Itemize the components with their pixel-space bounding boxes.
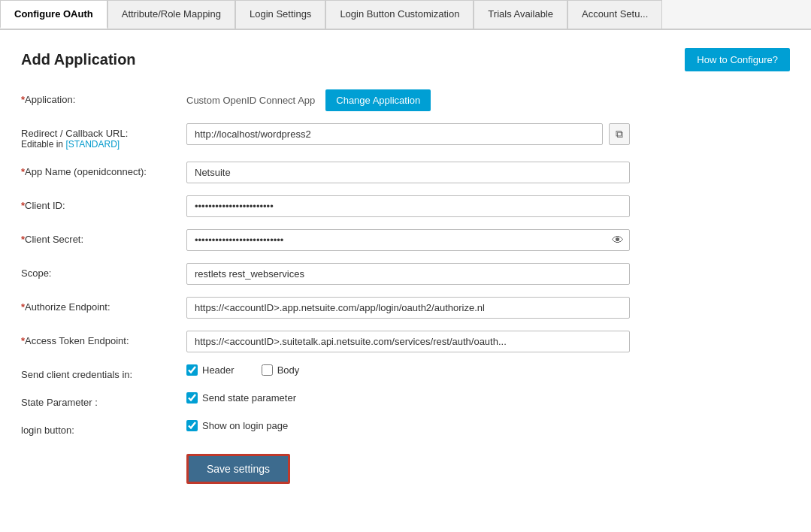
login-button-field: Show on login page xyxy=(186,420,630,431)
save-settings-button[interactable]: Save settings xyxy=(186,454,290,484)
access-token-field xyxy=(186,331,630,352)
access-token-row: *Access Token Endpoint: xyxy=(21,331,790,352)
body-label: Body xyxy=(277,364,300,376)
standard-link[interactable]: [STANDARD] xyxy=(65,139,120,150)
login-button-label: login button: xyxy=(21,420,186,436)
send-credentials-field: Header Body xyxy=(186,364,630,376)
application-row: *Application: Custom OpenID Connect App … xyxy=(21,89,790,111)
redirect-field: ⧉ xyxy=(186,123,630,145)
scope-label: Scope: xyxy=(21,263,186,279)
tab-configure-oauth[interactable]: Configure OAuth xyxy=(0,0,107,29)
redirect-row: Redirect / Callback URL: Editable in [ST… xyxy=(21,123,790,150)
client-id-row: *Client ID: xyxy=(21,195,790,217)
tab-attribute-role-mapping[interactable]: Attribute/Role Mapping xyxy=(107,0,235,29)
scope-input[interactable] xyxy=(186,263,630,285)
state-parameter-check-label: Send state parameter xyxy=(202,392,296,404)
tab-login-button-customization[interactable]: Login Button Customization xyxy=(325,0,474,29)
access-token-input[interactable] xyxy=(186,331,630,352)
redirect-label: Redirect / Callback URL: Editable in [ST… xyxy=(21,123,186,150)
state-parameter-label: State Parameter : xyxy=(21,392,186,408)
application-type-text: Custom OpenID Connect App xyxy=(186,95,315,106)
tab-account-setup[interactable]: Account Setu... xyxy=(567,0,662,29)
page-header: Add Application How to Configure? xyxy=(21,48,790,71)
authorize-endpoint-row: *Authorize Endpoint: xyxy=(21,297,790,319)
app-name-field xyxy=(186,162,630,183)
credentials-checkboxes: Header Body xyxy=(186,364,630,376)
state-parameter-field: Send state parameter xyxy=(186,392,630,404)
authorize-endpoint-label: *Authorize Endpoint: xyxy=(21,297,186,313)
client-secret-label: *Client Secret: xyxy=(21,229,186,245)
client-id-field xyxy=(186,195,630,217)
header-checkbox[interactable] xyxy=(186,364,198,376)
body-checkbox-row: Body xyxy=(262,364,300,376)
body-checkbox[interactable] xyxy=(262,364,273,376)
application-field: Custom OpenID Connect App Change Applica… xyxy=(186,89,630,111)
client-id-input[interactable] xyxy=(186,195,630,217)
client-secret-field: 👁 xyxy=(186,229,630,251)
redirect-with-copy: ⧉ xyxy=(186,123,630,145)
login-button-checkbox[interactable] xyxy=(186,420,198,431)
header-label: Header xyxy=(202,364,235,376)
client-secret-wrap: 👁 xyxy=(186,229,630,251)
tab-bar: Configure OAuth Attribute/Role Mapping L… xyxy=(0,0,811,30)
login-button-check-label: Show on login page xyxy=(202,420,288,431)
main-content: Add Application How to Configure? *Appli… xyxy=(0,30,811,502)
tab-login-settings[interactable]: Login Settings xyxy=(235,0,325,29)
state-parameter-checkbox-row: Send state parameter xyxy=(186,392,618,404)
tab-trials-available[interactable]: Trials Available xyxy=(474,0,567,29)
redirect-sublabel: Editable in [STANDARD] xyxy=(21,139,186,150)
login-button-checkbox-row: Show on login page xyxy=(186,420,618,431)
state-parameter-row: State Parameter : Send state parameter xyxy=(21,392,790,408)
client-secret-row: *Client Secret: 👁 xyxy=(21,229,790,251)
app-name-input[interactable] xyxy=(186,162,630,183)
send-credentials-label: Send client credentials in: xyxy=(21,364,186,380)
scope-row: Scope: xyxy=(21,263,790,285)
app-name-row: *App Name (openidconnect): xyxy=(21,162,790,183)
authorize-endpoint-field xyxy=(186,297,630,319)
app-name-label: *App Name (openidconnect): xyxy=(21,162,186,177)
copy-button[interactable]: ⧉ xyxy=(609,123,630,145)
send-credentials-row: Send client credentials in: Header Body xyxy=(21,364,790,380)
change-application-button[interactable]: Change Application xyxy=(325,89,431,111)
login-button-row: login button: Show on login page xyxy=(21,420,790,436)
client-secret-input[interactable] xyxy=(186,229,630,251)
save-row: Save settings xyxy=(21,454,790,484)
scope-field xyxy=(186,263,630,285)
redirect-input[interactable] xyxy=(186,123,603,145)
header-checkbox-row: Header xyxy=(186,364,235,376)
how-to-configure-button[interactable]: How to Configure? xyxy=(685,48,790,71)
application-label: *Application: xyxy=(21,89,186,105)
page-title: Add Application xyxy=(21,51,136,68)
authorize-endpoint-input[interactable] xyxy=(186,297,630,319)
client-id-label: *Client ID: xyxy=(21,195,186,211)
toggle-secret-visibility-button[interactable]: 👁 xyxy=(612,234,624,247)
state-parameter-checkbox[interactable] xyxy=(186,392,198,404)
application-value-row: Custom OpenID Connect App Change Applica… xyxy=(186,89,630,111)
required-star: * xyxy=(21,94,25,105)
access-token-label: *Access Token Endpoint: xyxy=(21,331,186,346)
